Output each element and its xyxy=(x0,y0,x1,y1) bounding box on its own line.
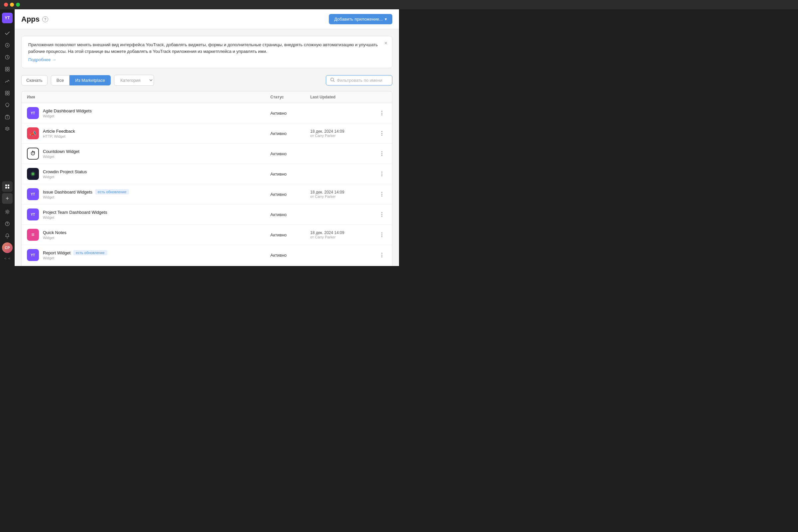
kebab-icon xyxy=(378,170,385,177)
row-menu-button[interactable] xyxy=(377,109,387,117)
app-name-row: Countdown Widget xyxy=(43,149,79,154)
app-name-row: Agile Dashboard Widgets xyxy=(43,108,92,113)
app-name: Crowdin Project Status xyxy=(43,169,87,174)
svg-rect-12 xyxy=(5,185,7,186)
last-updated-date: 18 дек. 2024 14:09 xyxy=(310,190,377,194)
info-banner-text: Приложения позволяют менять внешний вид … xyxy=(28,41,385,55)
row-menu-button[interactable] xyxy=(377,210,387,219)
app-name-row: Article Feedback xyxy=(43,129,75,134)
row-menu-button[interactable] xyxy=(377,230,387,239)
help-icon[interactable]: ? xyxy=(42,16,48,22)
kebab-icon xyxy=(378,231,385,239)
row-menu-button[interactable] xyxy=(377,170,387,178)
last-updated-date: 18 дек. 2024 14:09 xyxy=(310,129,377,134)
table-row: YT Report Widget есть обновление Widget … xyxy=(22,245,392,265)
sidebar-item-issues[interactable] xyxy=(2,40,13,51)
search-input[interactable] xyxy=(337,78,387,83)
last-updated-cell: 18 дек. 2024 14:09 от Carry Parker xyxy=(310,230,377,239)
app-name-row: Crowdin Project Status xyxy=(43,169,87,174)
app-icon: YT xyxy=(27,107,39,119)
search-icon xyxy=(330,77,335,83)
sidebar-item-check[interactable] xyxy=(2,28,13,39)
col-last-updated: Last Updated xyxy=(310,95,377,99)
app-info: YT Issue Dashboard Widgets есть обновлен… xyxy=(27,188,270,200)
add-app-button[interactable]: Добавить приложение... ▾ xyxy=(329,14,392,24)
app-status: Активно xyxy=(270,253,310,258)
sidebar-item-timer[interactable] xyxy=(2,112,13,122)
app-info: YT Project Team Dashboard Widgets Widget xyxy=(27,208,270,221)
svg-point-1 xyxy=(7,44,8,46)
sidebar-item-help[interactable] xyxy=(2,218,13,229)
app-icon-label: YT xyxy=(31,213,35,216)
sidebar: YT xyxy=(0,9,15,266)
row-menu-button[interactable] xyxy=(377,251,387,259)
sidebar-item-dashboards[interactable] xyxy=(2,88,13,98)
row-menu-button[interactable] xyxy=(377,129,387,138)
app-name-wrapper: Agile Dashboard Widgets Widget xyxy=(43,108,92,118)
app-status: Активно xyxy=(270,192,310,197)
row-menu-button[interactable] xyxy=(377,149,387,158)
app-name: Article Feedback xyxy=(43,129,75,134)
col-status: Статус xyxy=(270,95,310,99)
svg-rect-5 xyxy=(5,70,7,71)
filter-marketplace-button[interactable]: Из Marketplace xyxy=(70,75,111,86)
last-updated-by: от Carry Parker xyxy=(310,194,377,198)
badge-update: есть обновление xyxy=(95,189,129,194)
row-menu-button[interactable] xyxy=(377,190,387,198)
sidebar-item-knowledge[interactable] xyxy=(2,100,13,110)
download-button[interactable]: Скачать xyxy=(21,75,48,86)
sidebar-item-notifications[interactable] xyxy=(2,230,13,241)
app-type: Widget xyxy=(43,256,108,260)
app-name-wrapper: Article Feedback HTTP, Widget xyxy=(43,129,75,138)
sidebar-item-stack[interactable] xyxy=(2,124,13,134)
toolbar: Скачать Все Из Marketplace Категория xyxy=(21,75,392,86)
sidebar-item-settings[interactable] xyxy=(2,207,13,217)
col-actions xyxy=(377,95,387,99)
last-updated-by: от Carry Parker xyxy=(310,235,377,239)
app-name-row: Quick Notes xyxy=(43,230,66,235)
svg-rect-15 xyxy=(8,187,9,189)
app-icon: YT xyxy=(27,188,39,200)
sidebar-item-apps[interactable] xyxy=(2,181,13,192)
sidebar-collapse[interactable]: ＜＜ xyxy=(2,254,13,263)
kebab-icon xyxy=(378,109,385,117)
app-icon: YT xyxy=(27,249,39,261)
sidebar-item-projects[interactable] xyxy=(2,64,13,75)
kebab-icon xyxy=(378,150,385,157)
app-name-row: Issue Dashboard Widgets есть обновление xyxy=(43,189,129,194)
info-banner: Приложения позволяют менять внешний вид … xyxy=(21,36,392,68)
app-type: HTTP, Widget xyxy=(43,134,75,138)
app-status: Активно xyxy=(270,111,310,116)
category-select[interactable]: Категория xyxy=(114,75,154,86)
maximize-button[interactable] xyxy=(16,3,20,7)
app-name-wrapper: Crowdin Project Status Widget xyxy=(43,169,87,179)
sidebar-logo[interactable]: YT xyxy=(2,13,13,23)
sidebar-add-button[interactable]: + xyxy=(2,193,13,204)
app-status: Активно xyxy=(270,131,310,136)
app-info: ≡ Quick Notes Widget xyxy=(27,229,270,241)
app-type: Widget xyxy=(43,215,107,220)
info-banner-link[interactable]: Подробнее → xyxy=(28,57,56,62)
app-name-wrapper: Project Team Dashboard Widgets Widget xyxy=(43,210,107,220)
sidebar-item-reports[interactable] xyxy=(2,76,13,87)
svg-point-21 xyxy=(32,173,34,175)
app-info: Crowdin Project Status Widget xyxy=(27,168,270,180)
svg-rect-8 xyxy=(8,91,9,93)
table-row: YT Agile Dashboard Widgets Widget Активн… xyxy=(22,103,392,124)
minimize-button[interactable] xyxy=(10,3,14,7)
sidebar-item-history[interactable] xyxy=(2,52,13,62)
app-icon-label: ≡ xyxy=(31,232,34,238)
app-name-wrapper: Report Widget есть обновление Widget xyxy=(43,250,108,260)
filter-group: Все Из Marketplace xyxy=(51,75,111,86)
filter-all-button[interactable]: Все xyxy=(51,75,70,86)
info-banner-close[interactable]: × xyxy=(384,40,387,46)
svg-rect-7 xyxy=(5,91,7,93)
app-type: Widget xyxy=(43,195,129,199)
last-updated-by: от Carry Parker xyxy=(310,134,377,138)
svg-rect-14 xyxy=(5,187,7,189)
app-name-row: Project Team Dashboard Widgets xyxy=(43,210,107,215)
close-button[interactable] xyxy=(4,3,8,7)
crowdin-logo-icon xyxy=(30,171,36,177)
sidebar-avatar[interactable]: CP xyxy=(2,242,13,253)
app-icon: YT xyxy=(27,208,39,221)
